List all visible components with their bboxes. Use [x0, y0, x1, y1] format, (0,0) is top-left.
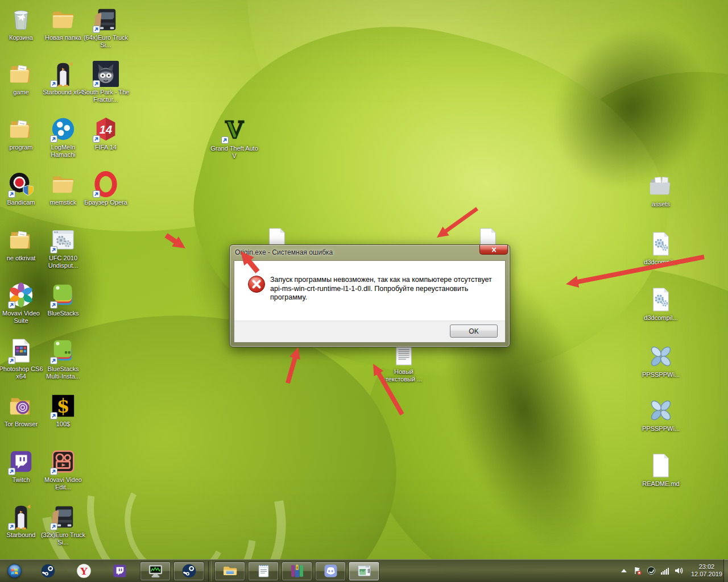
desktop-icon-assets-folder[interactable]: assets	[637, 172, 685, 208]
shortcut-arrow-icon	[8, 190, 15, 198]
truck-icon	[92, 6, 119, 33]
shortcut-arrow-icon	[93, 190, 100, 198]
desktop-icon-label: ne otkrivat	[0, 255, 45, 262]
start-icon	[7, 563, 22, 579]
desktop-icon-d3dcompiler-2[interactable]: d3dcompil...	[637, 286, 685, 322]
desktop-icon-photoshop-cs6[interactable]: Photoshop CS6 x64	[0, 337, 45, 380]
shortcut-arrow-icon	[221, 136, 229, 144]
desktop-icon-label: Bandicam	[0, 199, 45, 206]
folder-icon	[49, 6, 77, 33]
desktop-icon-label: program	[0, 144, 45, 151]
taskbar-explorer[interactable]	[214, 562, 245, 581]
fifa-icon: 14	[92, 115, 119, 143]
taskbar-clock[interactable]: 23:02 12.07.2019	[691, 563, 722, 578]
ok-button[interactable]: OK	[450, 325, 498, 338]
assetsfolder-icon	[647, 172, 675, 199]
desktop-icon-recycle-bin[interactable]: Корзина	[0, 6, 45, 41]
volume-icon[interactable]	[674, 566, 684, 576]
torfolder-icon	[7, 392, 35, 419]
desktop-icon-readme[interactable]: README.md	[637, 452, 685, 488]
desktop-icon-starbound-x64[interactable]: Starbound x64	[39, 60, 87, 96]
desktop-icon-label: PPSSPPWi...	[637, 425, 685, 433]
folder-icon	[49, 171, 77, 198]
desktop-icon-memstick[interactable]: memstick	[39, 171, 87, 206]
explorer-icon	[222, 563, 238, 579]
penguin-icon	[49, 60, 77, 88]
network-icon[interactable]	[660, 566, 670, 576]
dll-icon	[647, 230, 675, 257]
bluestacks-icon	[49, 281, 77, 309]
taskbar-twitch[interactable]	[104, 562, 135, 581]
desktop-icon-ppsspp-2[interactable]: PPSSPPWi...	[637, 397, 685, 433]
twitchtb-icon	[112, 563, 127, 579]
bsmulti-icon	[49, 337, 77, 364]
taskbar: Y 23:02 12.07.2019	[0, 559, 728, 582]
desktop-icon-label: Starbound	[0, 531, 45, 539]
shortcut-arrow-icon	[8, 357, 15, 364]
desktop: КорзинаНовая папка(64x)Euro Truck Si...g…	[0, 0, 728, 582]
clock-date: 12.07.2019	[691, 571, 722, 578]
action-center-icon[interactable]	[633, 566, 643, 576]
desktop-icon-euro-truck-32[interactable]: (32x)Euro Truck Si...	[39, 503, 87, 546]
desktop-icon-bandicam[interactable]: Bandicam	[0, 171, 45, 206]
shortcut-arrow-icon	[50, 412, 57, 419]
gtav-icon: V	[221, 117, 248, 144]
gearwin-icon	[49, 226, 77, 253]
opera-icon	[92, 171, 119, 198]
desktop-icon-opera-browser[interactable]: Браузер Opera	[82, 171, 130, 206]
tray-app-icon[interactable]	[647, 566, 656, 576]
taskbar-steam-running[interactable]	[173, 562, 204, 581]
desktop-icon-new-folder[interactable]: Новая папка	[39, 6, 87, 41]
desktop-icon-movavi-video-suite[interactable]: Movavi Video Suite	[0, 281, 45, 325]
desktop-icon-tor-browser[interactable]: Tor Browser	[0, 392, 45, 428]
desktop-icon-100-dollars[interactable]: $100$	[39, 392, 87, 428]
notepad-icon	[256, 563, 271, 579]
desktop-icon-d3dcompiler-1[interactable]: d3dcompil...	[637, 230, 685, 266]
desktop-icon-label: South Park - The Fractur...	[82, 89, 130, 103]
taskbar-steam[interactable]	[32, 562, 63, 581]
psp-icon	[647, 343, 675, 370]
desktop-icon-label: Photoshop CS6 x64	[0, 365, 45, 380]
tray-expand-icon[interactable]	[619, 566, 629, 576]
taskbar-task-manager[interactable]	[140, 562, 171, 581]
windowic-icon	[357, 563, 372, 579]
svg-text:$: $	[57, 395, 70, 417]
shortcut-arrow-icon	[93, 26, 100, 33]
taskbar-winrar[interactable]	[282, 562, 312, 581]
desktop-icon-ne-otkrivat[interactable]: ne otkrivat	[0, 226, 45, 262]
desktop-icon-label: Корзина	[0, 34, 45, 41]
shortcut-arrow-icon	[50, 357, 57, 364]
desktop-icon-label: UFC 2010 Undisput...	[39, 255, 87, 269]
show-desktop-button[interactable]	[723, 559, 728, 582]
desktop-icon-label: FIFA 14	[82, 144, 130, 151]
desktop-icon-gta-v[interactable]: VGrand Theft Auto V	[210, 117, 258, 160]
shortcut-arrow-icon	[50, 246, 57, 253]
dialog-footer: OK	[234, 321, 505, 342]
desktop-icon-fifa-14[interactable]: 14FIFA 14	[82, 115, 130, 151]
desktop-icon-ppsspp-1[interactable]: PPSSPPWi...	[637, 343, 685, 379]
desktop-icon-movavi-video-editor[interactable]: Movavi Video Edit...	[39, 448, 87, 491]
taskbar-notepad[interactable]	[248, 562, 279, 581]
desktop-icon-bluestacks-multi[interactable]: BlueStacks Multi-Insta...	[39, 337, 87, 380]
desktop-icon-label: game	[0, 89, 45, 96]
start-button[interactable]	[2, 560, 27, 582]
taskbar-error-dialog[interactable]	[349, 562, 379, 581]
desktop-icon-euro-truck-64[interactable]: (64x)Euro Truck Si...	[82, 6, 130, 49]
desktop-icon-bluestacks[interactable]: BlueStacks	[39, 281, 87, 317]
desktop-icon-starbound[interactable]: Starbound	[0, 503, 45, 539]
desktop-icon-twitch[interactable]: Twitch	[0, 448, 45, 484]
desktop-icon-logmein-hamachi[interactable]: LogMeIn Hamachi	[39, 115, 87, 159]
desktop-icon-label: Movavi Video Edit...	[39, 476, 87, 491]
movedit-icon	[49, 448, 77, 475]
taskbar-discord[interactable]	[315, 562, 346, 581]
dialog-close-button[interactable]	[479, 245, 508, 255]
taskbar-yandex-browser[interactable]: Y	[68, 562, 99, 581]
dialog-titlebar[interactable]: Origin.exe - Системная ошибка	[230, 245, 510, 260]
desktop-icon-program-folder[interactable]: program	[0, 115, 45, 151]
recycle-icon	[7, 6, 35, 33]
desktop-icon-label: Starbound x64	[39, 89, 87, 96]
page-icon	[647, 452, 675, 479]
desktop-icon-ufc-2010[interactable]: UFC 2010 Undisput...	[39, 226, 87, 269]
desktop-icon-game-folder[interactable]: game	[0, 60, 45, 96]
desktop-icon-south-park[interactable]: South Park - The Fractur...	[82, 60, 130, 103]
